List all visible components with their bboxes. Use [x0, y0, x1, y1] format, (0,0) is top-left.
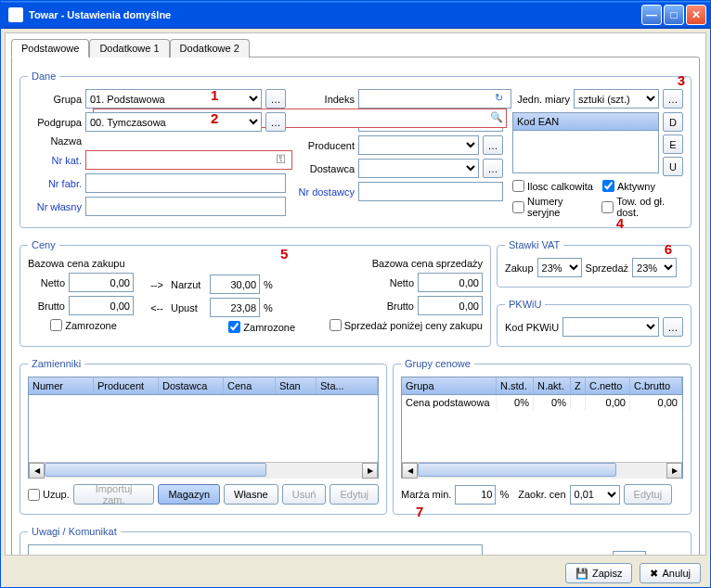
brutto-sprzedaz-input[interactable]: [418, 296, 483, 315]
zaokr-label: Zaokr. cen: [518, 489, 565, 500]
jedn-label: Jedn. miary: [512, 94, 570, 105]
table-row[interactable]: Cena podstawowa 0% 0% 0,00 0,00: [402, 395, 682, 410]
zapisz-button[interactable]: 💾 Zapisz: [565, 563, 632, 583]
scroll-left-icon[interactable]: ◀: [29, 463, 45, 479]
nrkat-input[interactable]: [85, 150, 292, 170]
dostawca-label: Dostawca: [295, 163, 355, 174]
minimize-button[interactable]: —: [641, 5, 662, 25]
netto2-label: Netto: [377, 277, 414, 288]
narzut-input[interactable]: [210, 275, 260, 294]
tab-podstawowe[interactable]: Podstawowe: [11, 39, 89, 58]
nrfabr-label: Nr fabr.: [28, 178, 82, 189]
nrfabr-input[interactable]: [85, 173, 286, 193]
brutto2-label: Brutto: [377, 300, 414, 312]
sprzedaz-vat-select[interactable]: 23%: [632, 258, 677, 277]
marza-input[interactable]: [455, 485, 496, 505]
annot-7: 7: [416, 504, 423, 519]
col-producent[interactable]: Producent: [94, 377, 159, 394]
zamrozone2-checkbox[interactable]: Zamrozone: [228, 321, 295, 333]
grupy-grid[interactable]: Grupa N.std. N.akt. Z C.netto C.brutto C…: [401, 377, 683, 479]
towod-checkbox[interactable]: Tow. od gł. dost.: [601, 196, 683, 218]
wsk-label: Wsk. rotacji: [556, 555, 609, 556]
ceny-legend: Ceny: [28, 239, 59, 250]
col-numer[interactable]: Numer: [29, 377, 94, 394]
upust-input[interactable]: [210, 298, 260, 317]
producent-lookup-button[interactable]: …: [483, 135, 503, 155]
netto-sprzedaz-input[interactable]: [418, 273, 483, 292]
d-button[interactable]: D: [663, 112, 683, 132]
tab-dodatkowe2[interactable]: Dodatkowe 2: [170, 39, 250, 58]
podgrupa-select[interactable]: 00. Tymczasowa: [85, 112, 262, 132]
nazwa-label: Nazwa: [28, 135, 82, 147]
wyswietl-checkbox[interactable]: Wyświetl: [486, 555, 541, 556]
upust-label: Upust: [171, 302, 206, 313]
col-nakt[interactable]: N.akt.: [534, 377, 571, 394]
col-stan[interactable]: Stan: [276, 377, 317, 394]
content-area: Podstawowe Dodatkowe 1 Dodatkowe 2 Dane …: [5, 32, 706, 556]
scroll-right-icon[interactable]: ▶: [666, 463, 682, 479]
indeks-label: Indeks: [295, 94, 355, 105]
zakup-vat-select[interactable]: 23%: [537, 258, 582, 277]
pkwiu-lookup-button[interactable]: …: [663, 317, 683, 337]
uwagi-fieldset: Uwagi / Komunikat Wyświetl Wsk. rotacji …: [19, 526, 692, 556]
nrwlasny-input[interactable]: [85, 197, 286, 216]
pkwiu-select[interactable]: [562, 317, 659, 337]
zamienniki-grid[interactable]: Numer Producent Dostawca Cena Stan Sta..…: [28, 377, 379, 479]
brutto-zakup-input[interactable]: [69, 296, 134, 315]
ean-header: Kod EAN: [513, 113, 658, 131]
netto-zakup-input[interactable]: [69, 273, 134, 292]
ean-list[interactable]: Kod EAN: [512, 112, 659, 173]
producent-label: Producent: [295, 140, 355, 151]
grupa-label: Grupa: [28, 94, 82, 105]
maximize-button[interactable]: □: [664, 5, 684, 25]
col-cbrutto[interactable]: C.brutto: [630, 377, 682, 394]
uzup-checkbox[interactable]: Uzup.: [28, 489, 70, 501]
sprzedaz-ponizej-checkbox[interactable]: Sprzedaż poniżej ceny zakupu: [330, 319, 483, 331]
col-sta[interactable]: Sta...: [317, 377, 378, 394]
e-button[interactable]: E: [663, 134, 683, 154]
jedn-lookup-button[interactable]: …: [663, 89, 683, 109]
anuluj-button[interactable]: ✖ Anuluj: [640, 563, 701, 583]
bazowa-zakupu-label: Bazowa cena zakupu: [28, 258, 139, 269]
grupa-select[interactable]: 01. Podstawowa: [85, 89, 262, 109]
podgrupa-lookup-button[interactable]: …: [265, 112, 286, 132]
wsk-input[interactable]: [613, 551, 646, 556]
usun-button: Usuń: [282, 484, 327, 505]
grupy-hscroll[interactable]: ◀ ▶: [402, 462, 682, 478]
dostawca-select[interactable]: [358, 159, 479, 178]
scroll-left-icon[interactable]: ◀: [402, 463, 418, 479]
zamienniki-hscroll[interactable]: ◀ ▶: [29, 462, 378, 478]
scroll-right-icon[interactable]: ▶: [362, 463, 378, 479]
col-cnetto[interactable]: C.netto: [586, 377, 630, 394]
tab-dodatkowe1[interactable]: Dodatkowe 1: [89, 39, 169, 58]
zaokr-select[interactable]: 0,01: [570, 485, 620, 505]
dostawca-lookup-button[interactable]: …: [483, 159, 503, 178]
zamienniki-legend: Zamienniki: [28, 358, 84, 369]
grupa-lookup-button[interactable]: …: [265, 89, 286, 109]
uwagi-memo[interactable]: [28, 544, 483, 556]
nrdostawcy-input[interactable]: [358, 182, 503, 201]
numery-checkbox[interactable]: Numery seryjne: [512, 196, 592, 218]
col-nstd[interactable]: N.std.: [497, 377, 534, 394]
col-z[interactable]: Z: [571, 377, 586, 394]
pkwiu-legend: PKWiU: [505, 299, 545, 310]
close-button[interactable]: ✕: [686, 5, 706, 25]
col-grupa[interactable]: Grupa: [402, 377, 497, 394]
col-dostawca[interactable]: Dostawca: [159, 377, 224, 394]
magazyn-button[interactable]: Magazyn: [158, 484, 220, 505]
search-icon: 🔍: [490, 111, 503, 128]
jedn-select[interactable]: sztuki (szt.): [574, 89, 659, 109]
key-icon: ⚿: [276, 153, 286, 170]
zamrozone1-checkbox[interactable]: Zamrozone: [50, 319, 117, 331]
narzut-label: Narzut: [171, 279, 206, 290]
refresh-icon[interactable]: ↻: [495, 92, 503, 109]
u-button[interactable]: U: [663, 157, 683, 176]
uwagi-legend: Uwagi / Komunikat: [28, 526, 121, 537]
indeks-input[interactable]: [358, 89, 511, 109]
narzut-pct: %: [264, 279, 273, 290]
wlasne-button[interactable]: Własne: [224, 484, 278, 505]
producent-select[interactable]: [358, 135, 479, 155]
col-cena[interactable]: Cena: [224, 377, 276, 394]
aktywny-checkbox[interactable]: Aktywny: [602, 180, 655, 192]
ilosc-checkbox[interactable]: Ilosc calkowita: [512, 180, 593, 192]
